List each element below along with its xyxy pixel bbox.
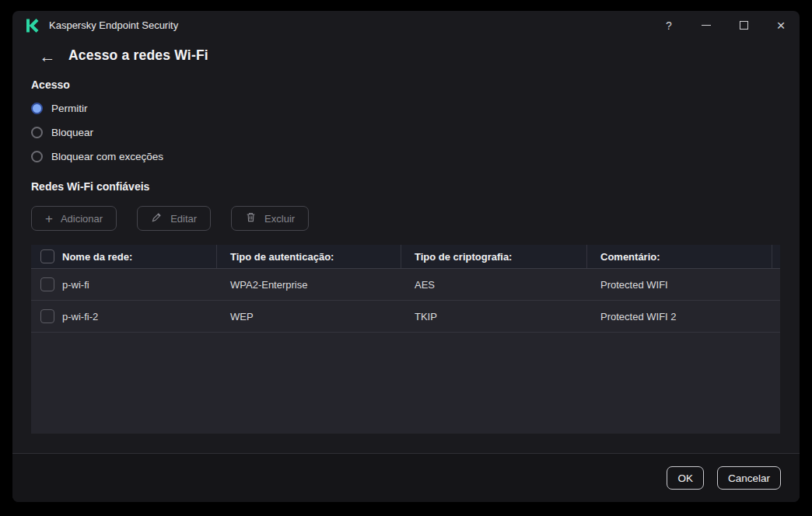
row-checkbox[interactable] bbox=[40, 309, 54, 323]
radio-bloquear-control[interactable] bbox=[31, 127, 43, 138]
help-icon: ? bbox=[666, 19, 672, 32]
select-all-checkbox[interactable] bbox=[40, 249, 54, 263]
trusted-toolbar: + Adicionar Editar Excluir bbox=[31, 206, 309, 231]
app-window: Kaspersky Endpoint Security ? × ← Acesso… bbox=[12, 11, 800, 502]
delete-button[interactable]: Excluir bbox=[231, 206, 309, 231]
trusted-section-heading: Redes Wi-Fi confiáveis bbox=[31, 180, 149, 193]
radio-option-bloquear[interactable]: Bloquear bbox=[31, 120, 163, 145]
cell-comment: Protected WIFI bbox=[587, 279, 772, 291]
table-header-row: Nome da rede: Tipo de autenticação: Tipo… bbox=[31, 245, 780, 269]
cell-encryption-type: TKIP bbox=[401, 311, 587, 322]
delete-button-label: Excluir bbox=[264, 213, 295, 225]
minimize-icon bbox=[702, 25, 711, 26]
header-encryption-type: Tipo de criptografia: bbox=[401, 245, 587, 268]
radio-bloquear-excecoes-control[interactable] bbox=[31, 151, 43, 162]
header-auth-type: Tipo de autenticação: bbox=[217, 245, 401, 268]
cell-auth-type: WPA2-Enterprise bbox=[217, 279, 401, 291]
cell-network-name: p-wi-fi bbox=[31, 277, 217, 291]
footer-bar: OK Cancelar bbox=[12, 453, 800, 502]
radio-option-bloquear-excecoes[interactable]: Bloquear com exceções bbox=[31, 145, 163, 169]
header-spacer bbox=[772, 245, 780, 268]
header-comment: Comentário: bbox=[587, 245, 772, 268]
cancel-button[interactable]: Cancelar bbox=[717, 466, 781, 490]
page-title: Acesso a redes Wi-Fi bbox=[68, 47, 208, 64]
network-name-value: p-wi-fi bbox=[62, 279, 89, 291]
access-section-heading: Acesso bbox=[31, 78, 70, 91]
help-button[interactable]: ? bbox=[650, 11, 688, 40]
row-checkbox[interactable] bbox=[40, 277, 54, 291]
add-button-label: Adicionar bbox=[61, 213, 103, 225]
cell-encryption-type: AES bbox=[401, 279, 587, 291]
radio-permitir-label: Permitir bbox=[51, 103, 88, 114]
cell-auth-type: WEP bbox=[217, 311, 401, 322]
header-network-name: Nome da rede: bbox=[31, 245, 217, 268]
minimize-button[interactable] bbox=[688, 11, 725, 40]
radio-option-permitir[interactable]: Permitir bbox=[31, 96, 163, 120]
back-button[interactable]: ← bbox=[37, 47, 58, 67]
close-icon: × bbox=[776, 18, 785, 33]
trash-icon bbox=[245, 211, 257, 225]
cell-network-name: p-wi-fi-2 bbox=[31, 309, 217, 323]
close-button[interactable]: × bbox=[762, 11, 800, 40]
titlebar: Kaspersky Endpoint Security ? × bbox=[12, 11, 800, 40]
network-name-value: p-wi-fi-2 bbox=[62, 311, 98, 322]
pencil-icon bbox=[151, 211, 163, 225]
radio-permitir-control[interactable] bbox=[31, 103, 43, 114]
add-button[interactable]: + Adicionar bbox=[31, 206, 117, 231]
edit-button-label: Editar bbox=[170, 213, 197, 225]
trusted-networks-table: Nome da rede: Tipo de autenticação: Tipo… bbox=[31, 245, 780, 434]
window-controls: ? × bbox=[650, 11, 800, 40]
access-radio-group: Permitir Bloquear Bloquear com exceções bbox=[31, 96, 163, 169]
table-row[interactable]: p-wi-fi-2 WEP TKIP Protected WIFI 2 bbox=[31, 301, 780, 333]
radio-bloquear-excecoes-label: Bloquear com exceções bbox=[51, 151, 163, 162]
back-arrow-icon: ← bbox=[40, 47, 56, 66]
app-title: Kaspersky Endpoint Security bbox=[49, 19, 178, 31]
header-network-name-label: Nome da rede: bbox=[62, 251, 132, 263]
kaspersky-logo-icon bbox=[25, 18, 40, 33]
cell-comment: Protected WIFI 2 bbox=[587, 311, 772, 322]
maximize-button[interactable] bbox=[725, 11, 762, 40]
edit-button[interactable]: Editar bbox=[137, 206, 211, 231]
ok-button[interactable]: OK bbox=[667, 466, 704, 490]
plus-icon: + bbox=[45, 212, 53, 225]
radio-bloquear-label: Bloquear bbox=[51, 127, 93, 138]
maximize-icon bbox=[740, 21, 748, 30]
table-row[interactable]: p-wi-fi WPA2-Enterprise AES Protected WI… bbox=[31, 269, 780, 301]
